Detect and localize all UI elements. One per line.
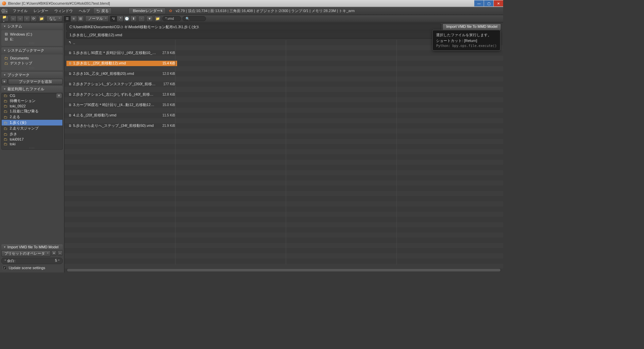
file-row[interactable]: 🗎1.歩き出し90度左＊反時計回り_(45f_左移動10_Y回転+90).vmd… xyxy=(66,50,177,56)
preset-remove-button[interactable]: − xyxy=(57,250,63,256)
file-row[interactable]: 🗎5.歩きから走りへ_ステップ_(34f_前移動50).vmd21.9 KiB xyxy=(66,123,177,129)
checkbox-checked-icon[interactable]: ✓ xyxy=(3,266,7,270)
directory-path-input[interactable]: C:\Users\BIKE\Documents\CG\トキ\Model\移動モー… xyxy=(66,23,441,31)
bookmarks-panel: ブックマーク + ブックマークを追加 xyxy=(1,72,63,85)
back-button[interactable]: ⮌ 戻る xyxy=(93,8,112,14)
file-row[interactable]: 🗎2.歩き11L_うきうき_(36f_前移動20).vmd22.8 KiB xyxy=(66,77,177,82)
preset-add-button[interactable]: + xyxy=(51,250,57,256)
new-folder-button[interactable]: 📁 xyxy=(38,16,45,22)
drag-handle-icon[interactable]: :::: xyxy=(3,42,61,45)
recent-item[interactable]: 🗀2.走る xyxy=(2,114,62,120)
menu-help[interactable]: ヘルプ xyxy=(76,8,93,14)
recent-item[interactable]: 🗀1.歩く(女) xyxy=(2,120,62,126)
search-field[interactable]: 🔍 xyxy=(182,16,206,21)
file-row[interactable]: 🗎2.歩きアクションL_左に少しずれる_(40f_前移動15_左移動5).v..… xyxy=(66,92,177,97)
render-engine-dropdown[interactable]: Blenderレンダー ⇅ xyxy=(128,8,166,14)
file-row[interactable]: 🗎3.カーブ90度左＊反時計回り_(...12_左移動12_Y回転+90).vm… xyxy=(66,108,177,113)
file-row[interactable]: 🗎2.歩きアクションL_2 ターン_(87f_前移動55).vmd42.2 Ki… xyxy=(66,97,177,103)
recursion-dropdown[interactable]: なし xyxy=(46,15,62,22)
file-row[interactable]: 🗎3.カーブ90度右＊時計回り_(4...動12_右移動12_Y回転-90).v… xyxy=(66,102,177,108)
recent-item[interactable]: 🗀toki0917 xyxy=(2,137,62,142)
nav-forward-button[interactable]: → xyxy=(17,16,23,22)
file-list[interactable]: ↰..🗎1.歩き出し90度右＊時計回り_(35f_右移動5_Y回転-90).vm… xyxy=(64,40,503,268)
recent-item-label: 2.走り大ジャンプ xyxy=(10,126,39,131)
filter-extension-field[interactable]: *.vmd xyxy=(162,16,181,21)
show-hidden-button[interactable]: · xyxy=(138,16,145,22)
window-maximize-button[interactable]: ▢ xyxy=(484,0,493,6)
file-row[interactable]: 🗎1.歩き出し_(25f_前移動12).vmd15.4 KiB xyxy=(66,61,177,66)
file-row[interactable]: 🗎1.歩き出し90度右＊時計回り_(35f_右移動5_Y回転-90).vmd21… xyxy=(66,45,177,51)
system-panel-header[interactable]: システム xyxy=(1,23,63,30)
nav-back-button[interactable]: ← xyxy=(10,16,17,22)
file-row-parent[interactable]: ↰.. xyxy=(66,40,177,45)
display-list-long-button[interactable]: ≡ xyxy=(70,16,77,22)
recent-item[interactable]: 🗀1.段差に飛び乗る xyxy=(2,108,62,114)
file-row[interactable]: 🗎2.歩きアクションL_ダンスステップ_(260f_前移動110).vmd177… xyxy=(66,82,177,87)
menu-render[interactable]: レンダー xyxy=(31,8,51,14)
bookmarks-header[interactable]: ブックマーク xyxy=(1,72,63,78)
horizontal-scrollbar[interactable] xyxy=(66,268,501,272)
file-row[interactable]: 🗎5.歩きから走りダッシュへ_(21f_前移動50).vmd19.8 KiB xyxy=(66,129,177,134)
operator-header[interactable]: Import VMD file To MMD Model xyxy=(1,244,63,250)
scrollbar-thumb[interactable] xyxy=(67,269,500,271)
filename-input[interactable]: 1.歩き出し_(25f_前移動12).vmd xyxy=(66,32,450,39)
window-minimize-button[interactable]: — xyxy=(474,0,484,6)
recent-remove-button[interactable]: ✕ xyxy=(56,93,62,98)
file-size: 25.5 KiB xyxy=(156,56,175,60)
file-row[interactable]: 🗎5.歩きから走りへ_(27f_前移動50).vmd13.8 KiB xyxy=(66,118,177,123)
display-thumbnail-button[interactable]: ⊞ xyxy=(77,16,84,22)
file-size: 42.2 KiB xyxy=(156,98,175,102)
file-row[interactable]: 🗎4.止る_(20f_前移動7).vmd11.5 KiB xyxy=(66,113,177,118)
recent-header[interactable]: 最近利用したファイル xyxy=(1,86,63,92)
margin-field[interactable]: 余白: 5 xyxy=(1,258,63,264)
display-list-short-button[interactable]: ☰ xyxy=(64,16,70,22)
sort-time-button[interactable]: 🕐 xyxy=(123,16,130,22)
file-icon: 🗎 xyxy=(68,98,73,102)
recent-item[interactable]: 🗀待機モーション xyxy=(2,98,62,104)
file-row[interactable]: 🗎2.歩きアクションL_右に少しずれる_(40f_前移動15_右移動5).v..… xyxy=(66,87,177,92)
recent-item[interactable]: 🗀toki xyxy=(2,142,62,146)
system-volume-c[interactable]: ⊟Windows (C:) xyxy=(3,32,61,37)
add-bookmark-button[interactable]: + xyxy=(1,79,7,84)
operator-preset-dropdown[interactable]: プリセットのオペレータ xyxy=(1,250,51,257)
nav-refresh-button[interactable]: ⟳ xyxy=(30,16,37,22)
system-bookmarks-header[interactable]: システムブックマーク xyxy=(1,47,63,54)
sort-dropdown[interactable]: ノーマル xyxy=(85,15,109,22)
file-size: 177 KiB xyxy=(156,82,175,86)
drag-handle-icon[interactable]: :::: xyxy=(2,146,62,149)
editor-type-button[interactable]: ⓘ⌄ xyxy=(1,8,8,14)
menu-window[interactable]: ウィンドウ xyxy=(52,8,75,14)
drag-handle-icon[interactable]: :::: xyxy=(3,66,61,69)
sort-size-button[interactable]: ⬍ xyxy=(130,16,137,22)
file-name: 1.歩き出し_(25f_前移動12).vmd xyxy=(73,61,156,66)
update-scene-checkbox-row[interactable]: ✓ Update scene settings xyxy=(1,265,63,270)
file-row[interactable]: 🗎2.歩き10L_乙女_(40f_前移動20).vmd12.0 KiB xyxy=(66,71,177,77)
recent-item[interactable]: 🗀CG xyxy=(2,93,56,98)
recent-item[interactable]: 🗀toki_0922 xyxy=(2,104,62,108)
sort-ext-button[interactable]: .* xyxy=(117,16,123,22)
folder-icon: 🗀 xyxy=(4,56,8,60)
bookmark-documents[interactable]: 🗀Documents xyxy=(3,56,61,60)
recent-item[interactable]: 🗀2.走り大ジャンプ xyxy=(2,126,62,131)
system-panel: システム ⊟Windows (C:) ⊟E: :::: xyxy=(1,23,63,46)
filter-toggle-button[interactable]: ▼ xyxy=(146,16,153,22)
file-row[interactable]: 🗎2.歩き10L_(40f_前移動20).vmd12.0 KiB xyxy=(66,66,177,71)
sort-alpha-button[interactable]: ᴬz xyxy=(110,16,117,22)
add-bookmark-label[interactable]: ブックマークを追加 xyxy=(8,79,63,85)
folder-icon: 🗀 xyxy=(4,121,8,125)
filter-folder-button[interactable]: 📁 xyxy=(154,16,161,22)
file-icon: 🗎 xyxy=(68,82,73,86)
window-titlebar: Blender [C:¥Users¥BIKE¥Documents¥CG¥toki… xyxy=(0,0,503,7)
system-volume-e[interactable]: ⊟E: xyxy=(3,37,61,42)
file-row[interactable]: 🗎1.歩き出し180度＊時計回り_(46f_後移動5_Y回転-180).vmd2… xyxy=(66,56,177,61)
menu-file[interactable]: ファイル xyxy=(10,8,30,14)
nav-up-button[interactable]: ↑ xyxy=(23,16,30,22)
window-close-button[interactable]: ✕ xyxy=(494,0,503,6)
execute-button[interactable]: Import VMD file To MMD Model xyxy=(442,23,501,31)
folder-icon: 🗀 xyxy=(4,115,8,119)
bookmark-desktop[interactable]: 🗀デスクトップ xyxy=(3,60,61,66)
editor-type-button-2[interactable]: 📁⌄ xyxy=(2,16,9,22)
file-name: 2.歩きアクションL_右に少しずれる_(40f_前移動15_右移動5).v... xyxy=(73,87,156,92)
recent-item-label: 2.走る xyxy=(10,114,20,119)
recent-item[interactable]: 🗀歩き xyxy=(2,131,62,137)
